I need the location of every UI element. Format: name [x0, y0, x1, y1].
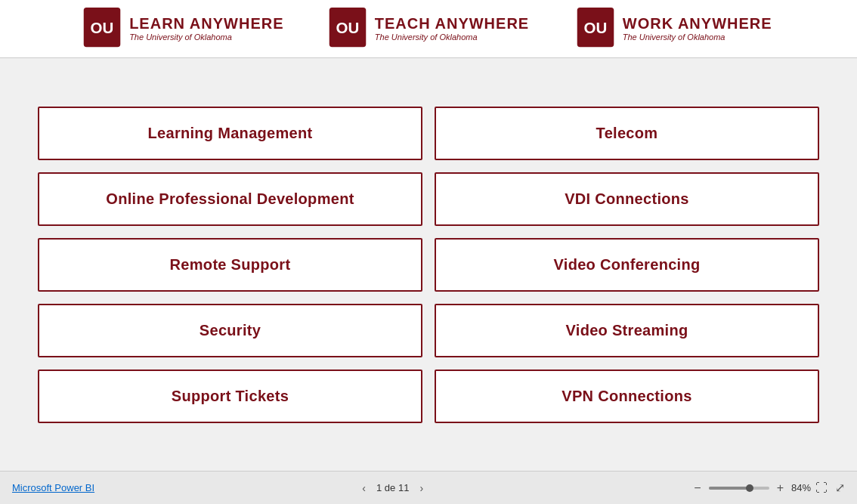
ou-logo-learn: OU [82, 8, 122, 50]
work-anywhere-subtitle: The University of Oklahoma [623, 32, 772, 42]
expand-icon[interactable]: ⤢ [835, 481, 845, 495]
ou-logo-teach: OU [328, 8, 367, 50]
zoom-controls: − + 84% ⛶ ⤢ [691, 481, 845, 495]
logo-work-anywhere: OU WORK ANYWHERE The University of Oklah… [551, 8, 797, 50]
teach-anywhere-title: TEACH ANYWHERE [375, 14, 529, 32]
svg-text:OU: OU [583, 19, 607, 36]
vdi-connections-button[interactable]: VDI Connections [435, 172, 819, 226]
buttons-grid: Learning Management Telecom Online Profe… [38, 107, 819, 423]
fullscreen-icon[interactable]: ⛶ [815, 481, 828, 495]
buttons-section: Learning Management Telecom Online Profe… [23, 58, 834, 471]
learning-management-button[interactable]: Learning Management [38, 107, 422, 160]
logo-teach-anywhere: OU TEACH ANYWHERE The University of Okla… [306, 8, 552, 50]
powerbi-link[interactable]: Microsoft Power BI [12, 482, 94, 493]
pagination-prev[interactable]: ‹ [357, 481, 370, 496]
video-conferencing-button[interactable]: Video Conferencing [435, 238, 819, 292]
learn-anywhere-title: LEARN ANYWHERE [129, 14, 283, 32]
support-tickets-button[interactable]: Support Tickets [38, 369, 422, 423]
video-streaming-button[interactable]: Video Streaming [435, 304, 819, 357]
header: OU LEARN ANYWHERE The University of Okla… [0, 0, 857, 57]
svg-text:OU: OU [91, 19, 114, 36]
vpn-connections-button[interactable]: VPN Connections [435, 369, 819, 423]
learn-anywhere-subtitle: The University of Oklahoma [129, 32, 283, 42]
logo-learn-anywhere: OU LEARN ANYWHERE The University of Okla… [60, 8, 306, 50]
svg-text:OU: OU [336, 19, 359, 36]
pagination: ‹ 1 de 11 › [357, 481, 428, 496]
bottom-bar: Microsoft Power BI ‹ 1 de 11 › − + 84% ⛶… [0, 471, 857, 504]
work-anywhere-title: WORK ANYWHERE [623, 14, 772, 32]
zoom-percent: 84% [791, 482, 811, 493]
zoom-slider-thumb [746, 484, 753, 492]
security-button[interactable]: Security [38, 304, 422, 357]
online-professional-development-button[interactable]: Online Professional Development [38, 172, 422, 226]
bottom-right-icons: ⛶ ⤢ [815, 481, 845, 495]
zoom-in-button[interactable]: + [774, 481, 787, 495]
zoom-slider-fill [709, 487, 748, 490]
pagination-next[interactable]: › [415, 481, 428, 496]
pagination-text: 1 de 11 [376, 482, 409, 493]
telecom-button[interactable]: Telecom [435, 107, 819, 160]
ou-logo-work: OU [576, 8, 615, 50]
remote-support-button[interactable]: Remote Support [38, 238, 422, 292]
zoom-slider[interactable] [709, 487, 769, 490]
teach-anywhere-subtitle: The University of Oklahoma [375, 32, 529, 42]
zoom-out-button[interactable]: − [691, 481, 704, 495]
